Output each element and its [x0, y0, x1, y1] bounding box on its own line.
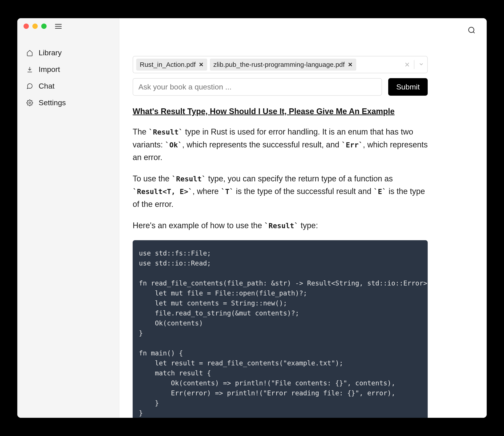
svg-point-1 [469, 27, 474, 33]
sidebar-item-library[interactable]: Library [24, 44, 113, 61]
answer-paragraph: The `Result` type in Rust is used for er… [133, 125, 428, 164]
selected-file-tag: Rust_in_Action.pdf ✕ [136, 59, 207, 71]
search-button[interactable] [468, 26, 476, 35]
remove-tag-button[interactable]: ✕ [348, 61, 353, 68]
inline-code: `E` [374, 187, 387, 196]
sidebar-item-label: Chat [39, 82, 54, 90]
inline-code: `Ok` [165, 141, 182, 149]
chat-icon [26, 83, 33, 90]
remove-tag-button[interactable]: ✕ [199, 61, 204, 68]
question-row: Submit [133, 78, 428, 96]
document-selector[interactable]: Rust_in_Action.pdf ✕ zlib.pub_the-rust-p… [133, 56, 428, 73]
tag-controls: ✕ [405, 60, 424, 69]
inline-code: `Result` [149, 128, 183, 136]
sidebar-item-label: Import [39, 65, 60, 74]
sidebar-item-chat[interactable]: Chat [24, 78, 113, 94]
tag-label: Rust_in_Action.pdf [140, 61, 196, 68]
selected-file-tag: zlib.pub_the-rust-programming-language.p… [210, 59, 356, 71]
main-content: Rust_in_Action.pdf ✕ zlib.pub_the-rust-p… [119, 18, 487, 418]
inline-code: `Result` [172, 175, 206, 183]
sidebar-item-label: Settings [39, 98, 66, 107]
submit-button[interactable]: Submit [388, 78, 428, 96]
sidebar-nav: Library Import Chat Settings [17, 44, 119, 111]
tag-label: zlib.pub_the-rust-programming-language.p… [213, 61, 345, 68]
dropdown-toggle[interactable] [418, 61, 424, 68]
minimize-window-button[interactable] [32, 24, 38, 29]
content-area: Rust_in_Action.pdf ✕ zlib.pub_the-rust-p… [133, 56, 428, 418]
inline-code: `Err` [342, 141, 363, 149]
menu-button[interactable] [55, 24, 62, 29]
sidebar-item-import[interactable]: Import [24, 61, 113, 78]
question-input[interactable] [133, 78, 382, 96]
sidebar-item-label: Library [39, 48, 62, 57]
inline-code: `Result` [264, 222, 298, 230]
sidebar: Library Import Chat Settings [17, 18, 119, 418]
close-window-button[interactable] [24, 24, 29, 29]
svg-line-2 [473, 32, 475, 33]
traffic-lights [24, 24, 47, 29]
answer-paragraph: To use the `Result` type, you can specif… [133, 172, 428, 211]
answer-heading: What's Result Type, How Should I Use It,… [133, 107, 428, 116]
clear-all-button[interactable]: ✕ [405, 61, 410, 69]
app-window: Library Import Chat Settings [17, 18, 487, 418]
svg-point-0 [29, 102, 31, 104]
home-icon [26, 49, 33, 56]
sidebar-item-settings[interactable]: Settings [24, 94, 113, 111]
inline-code: `Result<T, E>` [133, 187, 193, 196]
gear-icon [26, 99, 33, 106]
download-icon [26, 66, 33, 73]
maximize-window-button[interactable] [41, 24, 47, 29]
divider [414, 60, 414, 69]
titlebar [17, 24, 119, 29]
answer-paragraph: Here's an example of how to use the `Res… [133, 219, 428, 232]
code-block: use std::fs::File; use std::io::Read; fn… [133, 240, 428, 418]
inline-code: `T` [221, 187, 234, 196]
